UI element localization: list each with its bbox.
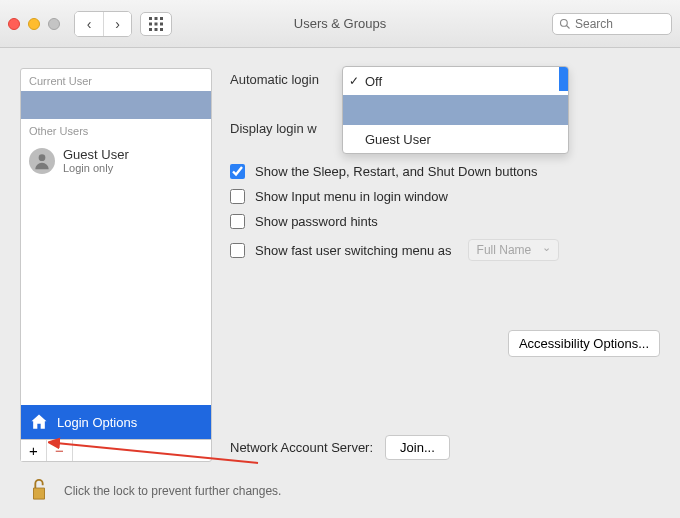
network-server-label: Network Account Server:	[230, 440, 373, 455]
remove-user-button[interactable]: −	[47, 440, 73, 461]
close-window-icon[interactable]	[8, 18, 20, 30]
search-field[interactable]	[552, 13, 672, 35]
lock-text: Click the lock to prevent further change…	[64, 484, 281, 498]
lock-footer: Click the lock to prevent further change…	[28, 475, 281, 506]
fast-switching-select[interactable]: Full Name	[468, 239, 559, 261]
house-icon	[29, 412, 49, 432]
svg-point-11	[39, 154, 46, 161]
user-row-guest[interactable]: Guest User Login only	[21, 141, 211, 180]
svg-rect-2	[160, 17, 163, 20]
forward-button[interactable]: ›	[103, 12, 131, 36]
checkbox-label: Show fast user switching menu as	[255, 243, 452, 258]
current-user-row[interactable]	[21, 91, 211, 119]
svg-rect-5	[160, 22, 163, 25]
svg-rect-3	[149, 22, 152, 25]
checkbox-input[interactable]	[230, 164, 245, 179]
minimize-window-icon[interactable]	[28, 18, 40, 30]
svg-line-10	[567, 25, 570, 28]
add-user-button[interactable]: +	[21, 440, 47, 461]
window-controls	[8, 18, 60, 30]
automatic-login-dropdown[interactable]: Off Guest User	[342, 66, 569, 154]
dropdown-item-highlight[interactable]	[343, 95, 568, 125]
section-other-users: Other Users	[21, 119, 211, 141]
user-sub: Login only	[63, 162, 129, 174]
svg-rect-1	[155, 17, 158, 20]
lock-icon[interactable]	[28, 475, 50, 506]
automatic-login-label: Automatic login	[230, 72, 319, 87]
checkbox-password-hints[interactable]: Show password hints	[230, 214, 660, 229]
user-text: Guest User Login only	[63, 147, 129, 174]
window-title: Users & Groups	[294, 16, 386, 31]
user-name: Guest User	[63, 147, 129, 162]
checkbox-sleep-restart[interactable]: Show the Sleep, Restart, and Shut Down b…	[230, 164, 660, 179]
search-icon	[559, 18, 571, 30]
dropdown-item-off[interactable]: Off	[343, 67, 568, 95]
checkbox-label: Show password hints	[255, 214, 378, 229]
users-sidebar: Current User Other Users Guest User Logi…	[20, 68, 212, 462]
display-login-label: Display login w	[230, 121, 317, 136]
svg-rect-4	[155, 22, 158, 25]
join-button[interactable]: Join...	[385, 435, 450, 460]
checkbox-label: Show Input menu in login window	[255, 189, 448, 204]
checkbox-input-menu[interactable]: Show Input menu in login window	[230, 189, 660, 204]
search-input[interactable]	[575, 17, 665, 31]
grid-icon	[149, 17, 163, 31]
checkbox-input[interactable]	[230, 243, 245, 258]
settings-panel: Automatic login Display login w Off Gues…	[230, 68, 660, 462]
fast-switching-select-wrap[interactable]: Full Name	[462, 239, 559, 261]
checkbox-label: Show the Sleep, Restart, and Shut Down b…	[255, 164, 538, 179]
checkbox-fast-switching[interactable]: Show fast user switching menu as Full Na…	[230, 239, 660, 261]
zoom-window-icon[interactable]	[48, 18, 60, 30]
checkbox-input[interactable]	[230, 189, 245, 204]
svg-rect-0	[149, 17, 152, 20]
svg-rect-6	[149, 28, 152, 31]
svg-rect-8	[160, 28, 163, 31]
dropdown-item-guest[interactable]: Guest User	[343, 125, 568, 153]
svg-point-9	[561, 19, 568, 26]
avatar-icon	[29, 148, 55, 174]
checkbox-input[interactable]	[230, 214, 245, 229]
login-options-row[interactable]: Login Options	[21, 405, 211, 439]
svg-rect-7	[155, 28, 158, 31]
titlebar: ‹ › Users & Groups	[0, 0, 680, 48]
section-current-user: Current User	[21, 69, 211, 91]
add-remove-bar: + −	[21, 439, 211, 461]
accessibility-options-button[interactable]: Accessibility Options...	[508, 330, 660, 357]
network-server-line: Network Account Server: Join...	[230, 435, 450, 460]
back-button[interactable]: ‹	[75, 12, 103, 36]
nav-buttons: ‹ ›	[74, 11, 132, 37]
show-all-button[interactable]	[140, 12, 172, 36]
login-options-label: Login Options	[57, 415, 137, 430]
